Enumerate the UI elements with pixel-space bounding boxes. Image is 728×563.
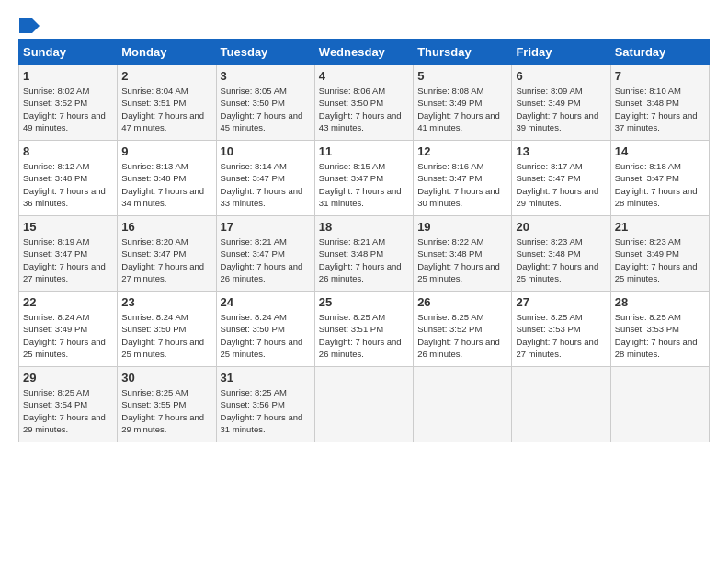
calendar-cell: 4 Sunrise: 8:06 AM Sunset: 3:50 PM Dayli…	[314, 65, 413, 141]
day-number: 12	[417, 144, 507, 158]
calendar-cell: 24 Sunrise: 8:24 AM Sunset: 3:50 PM Dayl…	[216, 292, 314, 367]
calendar-table: SundayMondayTuesdayWednesdayThursdayFrid…	[18, 39, 710, 442]
calendar-cell: 26 Sunrise: 8:25 AM Sunset: 3:52 PM Dayl…	[414, 292, 512, 367]
day-number: 14	[615, 144, 705, 158]
calendar-cell: 11 Sunrise: 8:15 AM Sunset: 3:47 PM Dayl…	[314, 141, 413, 216]
cell-content: Sunrise: 8:14 AM Sunset: 3:47 PM Dayligh…	[221, 160, 311, 209]
cell-content: Sunrise: 8:12 AM Sunset: 3:48 PM Dayligh…	[23, 160, 113, 209]
week-row-1: 1 Sunrise: 8:02 AM Sunset: 3:52 PM Dayli…	[19, 65, 710, 141]
calendar-cell: 23 Sunrise: 8:24 AM Sunset: 3:50 PM Dayl…	[118, 292, 216, 367]
cell-content: Sunrise: 8:06 AM Sunset: 3:50 PM Dayligh…	[319, 85, 409, 133]
cell-content: Sunrise: 8:20 AM Sunset: 3:47 PM Dayligh…	[121, 236, 211, 284]
calendar-cell: 19 Sunrise: 8:22 AM Sunset: 3:48 PM Dayl…	[414, 216, 512, 292]
calendar-cell	[610, 367, 709, 442]
cell-content: Sunrise: 8:23 AM Sunset: 3:49 PM Dayligh…	[615, 236, 705, 284]
calendar-cell: 5 Sunrise: 8:08 AM Sunset: 3:49 PM Dayli…	[414, 65, 512, 141]
header	[18, 18, 710, 29]
calendar-cell: 17 Sunrise: 8:21 AM Sunset: 3:47 PM Dayl…	[216, 216, 314, 292]
day-header-tuesday: Tuesday	[216, 40, 314, 65]
cell-content: Sunrise: 8:15 AM Sunset: 3:47 PM Dayligh…	[319, 160, 409, 209]
cell-content: Sunrise: 8:24 AM Sunset: 3:50 PM Dayligh…	[221, 311, 311, 360]
cell-content: Sunrise: 8:25 AM Sunset: 3:54 PM Dayligh…	[23, 386, 113, 435]
cell-content: Sunrise: 8:16 AM Sunset: 3:47 PM Dayligh…	[417, 160, 507, 209]
day-number: 7	[615, 69, 705, 83]
day-number: 29	[23, 371, 113, 385]
day-number: 9	[121, 144, 211, 158]
cell-content: Sunrise: 8:25 AM Sunset: 3:55 PM Dayligh…	[121, 386, 211, 435]
day-header-friday: Friday	[512, 40, 610, 65]
calendar-cell	[314, 367, 413, 442]
calendar-cell: 14 Sunrise: 8:18 AM Sunset: 3:47 PM Dayl…	[610, 141, 709, 216]
calendar-cell: 16 Sunrise: 8:20 AM Sunset: 3:47 PM Dayl…	[118, 216, 216, 292]
cell-content: Sunrise: 8:25 AM Sunset: 3:51 PM Dayligh…	[319, 311, 409, 360]
day-number: 27	[516, 295, 606, 309]
week-row-5: 29 Sunrise: 8:25 AM Sunset: 3:54 PM Dayl…	[19, 367, 710, 442]
cell-content: Sunrise: 8:17 AM Sunset: 3:47 PM Dayligh…	[516, 160, 606, 209]
day-number: 20	[516, 220, 606, 234]
cell-content: Sunrise: 8:21 AM Sunset: 3:47 PM Dayligh…	[221, 236, 311, 284]
calendar-cell: 21 Sunrise: 8:23 AM Sunset: 3:49 PM Dayl…	[610, 216, 709, 292]
calendar-cell: 2 Sunrise: 8:04 AM Sunset: 3:51 PM Dayli…	[118, 65, 216, 141]
day-number: 21	[615, 220, 705, 234]
day-number: 13	[516, 144, 606, 158]
day-number: 6	[516, 69, 606, 83]
day-number: 22	[23, 295, 113, 309]
day-number: 23	[121, 295, 211, 309]
header-row: SundayMondayTuesdayWednesdayThursdayFrid…	[19, 40, 710, 65]
cell-content: Sunrise: 8:09 AM Sunset: 3:49 PM Dayligh…	[516, 85, 606, 133]
calendar-cell: 3 Sunrise: 8:05 AM Sunset: 3:50 PM Dayli…	[216, 65, 314, 141]
cell-content: Sunrise: 8:02 AM Sunset: 3:52 PM Dayligh…	[23, 85, 113, 133]
cell-content: Sunrise: 8:24 AM Sunset: 3:50 PM Dayligh…	[121, 311, 211, 360]
day-number: 17	[221, 220, 311, 234]
cell-content: Sunrise: 8:05 AM Sunset: 3:50 PM Dayligh…	[221, 85, 311, 133]
day-header-thursday: Thursday	[414, 40, 512, 65]
day-number: 5	[417, 69, 507, 83]
calendar-cell	[512, 367, 610, 442]
week-row-2: 8 Sunrise: 8:12 AM Sunset: 3:48 PM Dayli…	[19, 141, 710, 216]
calendar-cell	[414, 367, 512, 442]
day-number: 31	[221, 371, 311, 385]
calendar-cell: 30 Sunrise: 8:25 AM Sunset: 3:55 PM Dayl…	[118, 367, 216, 442]
week-row-3: 15 Sunrise: 8:19 AM Sunset: 3:47 PM Dayl…	[19, 216, 710, 292]
cell-content: Sunrise: 8:25 AM Sunset: 3:52 PM Dayligh…	[417, 311, 507, 360]
day-number: 25	[319, 295, 409, 309]
day-number: 26	[417, 295, 507, 309]
calendar-cell: 7 Sunrise: 8:10 AM Sunset: 3:48 PM Dayli…	[610, 65, 709, 141]
day-number: 3	[221, 69, 311, 83]
logo	[18, 18, 40, 29]
calendar-cell: 12 Sunrise: 8:16 AM Sunset: 3:47 PM Dayl…	[414, 141, 512, 216]
cell-content: Sunrise: 8:19 AM Sunset: 3:47 PM Dayligh…	[23, 236, 113, 284]
calendar-cell: 27 Sunrise: 8:25 AM Sunset: 3:53 PM Dayl…	[512, 292, 610, 367]
day-number: 2	[121, 69, 211, 83]
cell-content: Sunrise: 8:24 AM Sunset: 3:49 PM Dayligh…	[23, 311, 113, 360]
day-number: 18	[319, 220, 409, 234]
day-number: 24	[221, 295, 311, 309]
day-number: 19	[417, 220, 507, 234]
day-number: 16	[121, 220, 211, 234]
calendar-cell: 29 Sunrise: 8:25 AM Sunset: 3:54 PM Dayl…	[19, 367, 118, 442]
calendar-cell: 20 Sunrise: 8:23 AM Sunset: 3:48 PM Dayl…	[512, 216, 610, 292]
cell-content: Sunrise: 8:22 AM Sunset: 3:48 PM Dayligh…	[417, 236, 507, 284]
day-number: 15	[23, 220, 113, 234]
calendar-cell: 15 Sunrise: 8:19 AM Sunset: 3:47 PM Dayl…	[19, 216, 118, 292]
day-number: 10	[221, 144, 311, 158]
day-number: 8	[23, 144, 113, 158]
calendar-cell: 1 Sunrise: 8:02 AM Sunset: 3:52 PM Dayli…	[19, 65, 118, 141]
day-header-wednesday: Wednesday	[314, 40, 413, 65]
cell-content: Sunrise: 8:25 AM Sunset: 3:53 PM Dayligh…	[615, 311, 705, 360]
day-number: 4	[319, 69, 409, 83]
cell-content: Sunrise: 8:13 AM Sunset: 3:48 PM Dayligh…	[121, 160, 211, 209]
cell-content: Sunrise: 8:08 AM Sunset: 3:49 PM Dayligh…	[417, 85, 507, 133]
day-header-monday: Monday	[118, 40, 216, 65]
calendar-cell: 13 Sunrise: 8:17 AM Sunset: 3:47 PM Dayl…	[512, 141, 610, 216]
calendar-cell: 18 Sunrise: 8:21 AM Sunset: 3:48 PM Dayl…	[314, 216, 413, 292]
day-number: 1	[23, 69, 113, 83]
cell-content: Sunrise: 8:25 AM Sunset: 3:53 PM Dayligh…	[516, 311, 606, 360]
calendar-cell: 6 Sunrise: 8:09 AM Sunset: 3:49 PM Dayli…	[512, 65, 610, 141]
calendar-cell: 9 Sunrise: 8:13 AM Sunset: 3:48 PM Dayli…	[118, 141, 216, 216]
svg-marker-0	[19, 18, 40, 33]
day-number: 11	[319, 144, 409, 158]
calendar-cell: 8 Sunrise: 8:12 AM Sunset: 3:48 PM Dayli…	[19, 141, 118, 216]
cell-content: Sunrise: 8:18 AM Sunset: 3:47 PM Dayligh…	[615, 160, 705, 209]
cell-content: Sunrise: 8:10 AM Sunset: 3:48 PM Dayligh…	[615, 85, 705, 133]
